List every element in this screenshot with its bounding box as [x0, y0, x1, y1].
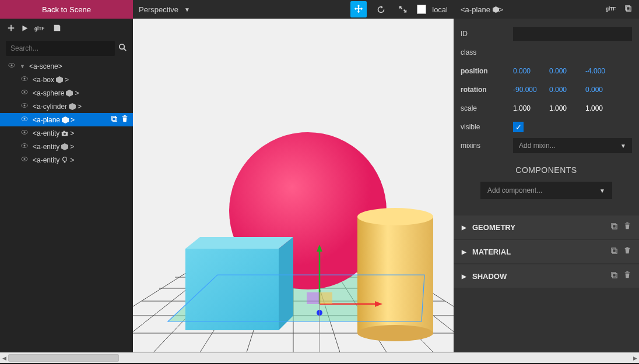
eye-icon[interactable]	[21, 102, 29, 111]
tree-item-entity-light[interactable]: <a-entity >	[0, 153, 133, 167]
svg-point-15	[24, 132, 26, 133]
scale-tool-button[interactable]	[395, 1, 411, 17]
trash-icon[interactable]	[624, 271, 631, 281]
search-input[interactable]	[6, 41, 115, 56]
tree-item-entity-box[interactable]: <a-entity >	[0, 140, 133, 153]
trash-icon[interactable]	[121, 115, 128, 124]
tree-item-label: <a-entity	[33, 156, 59, 164]
camera-icon	[61, 130, 68, 137]
copy-icon[interactable]	[111, 115, 118, 124]
scroll-left-icon[interactable]: ◀	[0, 353, 8, 363]
translate-tool-button[interactable]	[350, 1, 367, 17]
local-checkbox[interactable]	[417, 5, 426, 14]
chevron-down-icon: ▼	[620, 143, 626, 149]
inspector-panel: <a-plane > glTF ID class position 0.000 …	[454, 0, 639, 352]
tree-item-entity-camera[interactable]: <a-entity >	[0, 126, 133, 140]
component-material[interactable]: ▶ MATERIAL	[454, 240, 639, 263]
eye-icon[interactable]	[21, 89, 29, 97]
box-icon	[493, 6, 499, 13]
tree-item-box[interactable]: <a-box >	[0, 73, 133, 86]
svg-rect-64	[320, 292, 332, 304]
svg-marker-54	[279, 237, 293, 330]
chevron-right-icon: ▶	[462, 273, 466, 280]
svg-rect-74	[612, 273, 616, 277]
copy-icon[interactable]	[610, 247, 618, 256]
scale-z[interactable]: 1.000	[585, 104, 613, 112]
position-y[interactable]: 0.000	[549, 67, 577, 75]
camera-select[interactable]: Perspective ▼	[139, 5, 190, 14]
eye-icon[interactable]	[21, 75, 29, 84]
visible-checkbox[interactable]: ✓	[513, 122, 524, 132]
rotation-x[interactable]: -90.000	[513, 86, 541, 94]
mixins-select[interactable]: Add mixin... ▼	[513, 138, 632, 153]
trash-icon[interactable]	[624, 222, 631, 232]
tree-item-label: <a-plane	[33, 116, 60, 124]
scale-x[interactable]: 1.000	[513, 104, 541, 112]
component-label: GEOMETRY	[472, 223, 515, 232]
eye-icon[interactable]	[8, 62, 16, 70]
svg-point-23	[63, 157, 67, 161]
local-label: local	[432, 5, 448, 14]
viewport-toolbar: Perspective ▼ local	[133, 0, 454, 19]
tree-item-sphere[interactable]: <a-sphere >	[0, 86, 133, 100]
eye-icon[interactable]	[21, 129, 29, 137]
copy-icon[interactable]	[624, 5, 632, 14]
eye-icon[interactable]	[21, 156, 29, 164]
search-icon[interactable]	[118, 43, 127, 54]
scale-y[interactable]: 1.000	[549, 104, 577, 112]
copy-icon[interactable]	[610, 271, 618, 281]
rotation-z[interactable]: 0.000	[585, 86, 613, 94]
trash-icon[interactable]	[624, 247, 631, 256]
camera-label: Perspective	[139, 5, 178, 14]
gltf-icon[interactable]: glTF	[34, 24, 47, 31]
copy-icon[interactable]	[610, 222, 618, 232]
tree-root-scene[interactable]: ▼ <a-scene>	[0, 59, 133, 73]
box-icon	[69, 103, 76, 110]
tree-item-plane[interactable]: <a-plane >	[0, 113, 133, 126]
components-title: COMPONENTS	[461, 165, 632, 175]
svg-rect-13	[113, 117, 117, 121]
tree-item-cylinder[interactable]: <a-cylinder >	[0, 100, 133, 113]
svg-point-22	[24, 158, 26, 160]
svg-point-11	[24, 118, 26, 120]
svg-point-20	[24, 145, 26, 147]
rotation-y[interactable]: 0.000	[549, 86, 577, 94]
left-toolbar: glTF	[0, 19, 133, 37]
play-icon[interactable]	[21, 24, 29, 32]
horizontal-scrollbar[interactable]: ◀ ▶	[0, 352, 639, 363]
position-x[interactable]: 0.000	[513, 67, 541, 75]
scrollbar-thumb[interactable]	[8, 354, 119, 362]
svg-rect-69	[627, 7, 631, 11]
svg-point-7	[24, 91, 26, 93]
position-z[interactable]: -4.000	[585, 67, 613, 75]
svg-rect-75	[613, 274, 617, 278]
svg-point-17	[64, 132, 66, 135]
chevron-down-icon: ▼	[599, 188, 605, 194]
scroll-right-icon[interactable]: ▶	[631, 353, 639, 363]
add-component-select[interactable]: Add component... ▼	[480, 182, 612, 199]
gltf-icon[interactable]: glTF	[606, 5, 619, 14]
component-label: SHADOW	[472, 272, 507, 281]
class-label: class	[461, 48, 513, 56]
tree-item-label: <a-entity	[33, 143, 59, 151]
back-to-scene-button[interactable]: Back to Scene	[0, 0, 133, 19]
svg-rect-24	[64, 161, 66, 162]
svg-point-3	[11, 65, 13, 66]
svg-rect-18	[64, 130, 65, 132]
viewport-canvas[interactable]	[133, 19, 454, 352]
box-icon	[56, 76, 63, 83]
tree-item-label: <a-cylinder	[33, 103, 67, 111]
scale-label: scale	[461, 104, 513, 112]
svg-point-57	[357, 325, 433, 341]
svg-rect-73	[613, 249, 617, 253]
chevron-down-icon[interactable]: ▼	[20, 63, 26, 69]
id-input[interactable]	[513, 27, 632, 41]
component-shadow[interactable]: ▶ SHADOW	[454, 264, 639, 288]
eye-icon[interactable]	[21, 115, 29, 124]
rotate-tool-button[interactable]	[373, 1, 389, 17]
save-icon[interactable]	[53, 24, 61, 32]
component-geometry[interactable]: ▶ GEOMETRY	[454, 215, 639, 239]
add-icon[interactable]	[7, 24, 15, 32]
eye-icon[interactable]	[21, 142, 29, 151]
tree-item-label: <a-sphere	[33, 89, 64, 97]
